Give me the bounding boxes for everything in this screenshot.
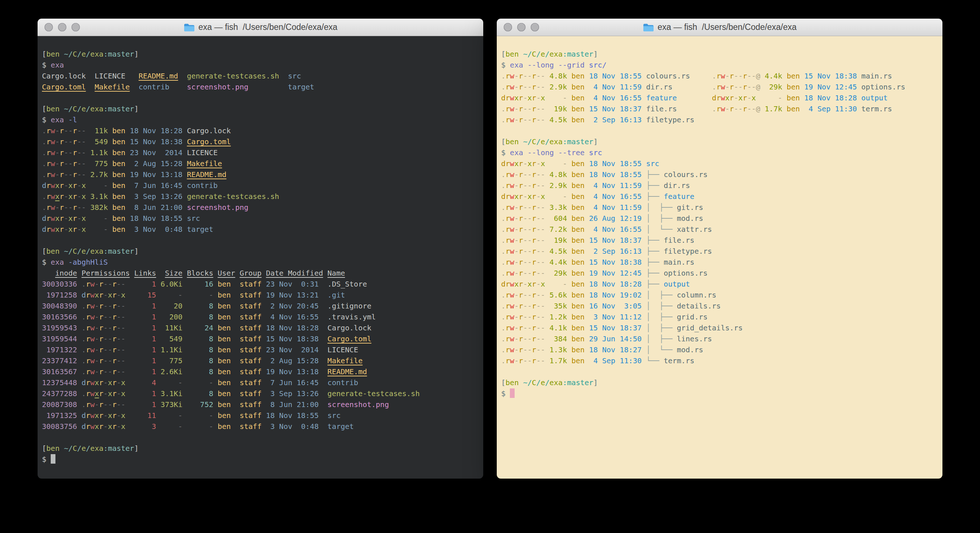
file-list-row: .rw-r--r-- 11k ben 18 Nov 18:28 Cargo.lo… (42, 125, 479, 136)
tree-row: .rw-r--r-- 604 ben 26 Aug 12:19 │ ├── mo… (501, 213, 938, 224)
command-line: $ exa --long --grid src/ (501, 59, 938, 70)
long-grid-row: .rw-r--r-- 4.8k ben 18 Nov 18:55 colours… (501, 70, 938, 81)
text-cursor[interactable] (510, 388, 515, 398)
tree-row: drwxr-xr-x - ben 18 Nov 18:28 ├── output (501, 279, 938, 289)
text-cursor[interactable] (51, 454, 56, 464)
tree-row: .rw-r--r-- 1.3k ben 18 Nov 18:27 │ └── m… (501, 344, 938, 355)
tree-row: .rw-r--r-- 4.5k ben 2 Sep 16:13 ├── file… (501, 246, 938, 257)
window-title: exa — fish /Users/ben/Code/exa/exa (183, 22, 337, 32)
command-line: $ exa -l (42, 114, 479, 125)
blank-line (42, 432, 479, 443)
terminal-content[interactable]: [ben ~/C/e/exa:master]$ exa --long --gri… (497, 36, 942, 479)
tree-row: drwxr-xr-x - ben 18 Nov 18:55 src (501, 158, 938, 169)
table-row: 31959543 .rw-r--r-- 1 11Ki 24 ben staff … (42, 322, 479, 333)
tree-row: drwxr-xr-x - ben 4 Nov 16:55 ├── feature (501, 191, 938, 202)
traffic-lights (504, 19, 539, 36)
tree-row: .rw-r--r-- 1.2k ben 3 Nov 11:12 │ ├── gr… (501, 311, 938, 322)
long-grid-row: .rw-r--r-- 19k ben 15 Nov 18:37 file.rs … (501, 103, 938, 114)
blank-line (42, 235, 479, 246)
file-list-row: .rw-r--r-- 775 ben 2 Aug 15:28 Makefile (42, 158, 479, 169)
titlebar[interactable]: exa — fish /Users/ben/Code/exa/exa (497, 19, 942, 36)
file-list-row: .rw-r--r-- 549 ben 15 Nov 18:38 Cargo.to… (42, 136, 479, 147)
file-list-row: drwxr-xr-x - ben 3 Nov 0:48 target (42, 224, 479, 235)
zoom-button[interactable] (531, 23, 539, 31)
terminal-window-light[interactable]: exa — fish /Users/ben/Code/exa/exa [ben … (497, 19, 942, 479)
prompt-line: [ben ~/C/e/exa:master] (501, 377, 938, 388)
prompt-line: [ben ~/C/e/exa:master] (42, 103, 479, 114)
tree-row: .rw-r--r-- 35k ben 16 Nov 3:05 │ ├── det… (501, 300, 938, 311)
table-row: 23377412 .rw-r--r-- 1 775 8 ben staff 2 … (42, 355, 479, 366)
prompt-line: [ben ~/C/e/exa:master] (501, 49, 938, 59)
file-grid-row: Cargo.toml Makefile contrib screenshot.p… (42, 81, 479, 93)
file-list-row: .rw-r--r-- 382k ben 8 Jun 21:00 screensh… (42, 202, 479, 213)
desktop-background: exa — fish /Users/ben/Code/exa/exa [ben … (0, 0, 980, 533)
folder-icon (643, 22, 654, 32)
table-row: 31959544 .rw-r--r-- 1 549 8 ben staff 15… (42, 333, 479, 344)
command-line: $ exa --long --tree src (501, 147, 938, 158)
table-row: 12375448 drwxr-xr-x 4 - - ben staff 7 Ju… (42, 377, 479, 388)
blank-line (42, 93, 479, 103)
window-title-text: exa — fish /Users/ben/Code/exa/exa (658, 22, 797, 32)
prompt-line: [ben ~/C/e/exa:master] (42, 246, 479, 257)
tree-row: .rw-r--r-- 4.8k ben 18 Nov 18:55 ├── col… (501, 169, 938, 180)
titlebar[interactable]: exa — fish /Users/ben/Code/exa/exa (38, 19, 483, 36)
tree-row: .rw-r--r-- 3.3k ben 4 Nov 11:59 │ ├── gi… (501, 202, 938, 213)
table-row: 30030336 .rw-r--r-- 1 6.0Ki 16 ben staff… (42, 279, 479, 289)
command-line: $ exa -abghHliS (42, 257, 479, 268)
cursor-line: $ (501, 388, 938, 399)
long-grid-row: drwxr-xr-x - ben 4 Nov 16:55 feature drw… (501, 93, 938, 103)
long-grid-row: .rw-r--r-- 4.5k ben 2 Sep 16:13 filetype… (501, 114, 938, 125)
blank-line (501, 366, 938, 377)
prompt-line: [ben ~/C/e/exa:master] (42, 49, 479, 59)
terminal-window-dark[interactable]: exa — fish /Users/ben/Code/exa/exa [ben … (38, 19, 483, 479)
window-title: exa — fish /Users/ben/Code/exa/exa (643, 22, 797, 32)
file-list-row: .rw-r--r-- 2.7k ben 19 Nov 13:18 README.… (42, 169, 479, 180)
table-row: 30048390 .rw-r--r-- 1 20 8 ben staff 2 N… (42, 300, 479, 311)
tree-row: .rw-r--r-- 19k ben 15 Nov 18:37 ├── file… (501, 235, 938, 246)
close-button[interactable] (45, 23, 53, 31)
file-list-row: drwxr-xr-x - ben 7 Jun 16:45 contrib (42, 180, 479, 191)
terminal-content[interactable]: [ben ~/C/e/exa:master]$ exaCargo.lock LI… (38, 36, 483, 479)
blank-line (501, 125, 938, 136)
tree-row: .rw-r--r-- 29k ben 19 Nov 12:45 ├── opti… (501, 268, 938, 279)
table-row: 30083756 drwxr-xr-x 3 - - ben staff 3 No… (42, 421, 479, 432)
file-list-row: drwxr-xr-x - ben 18 Nov 18:55 src (42, 213, 479, 224)
folder-icon (183, 22, 195, 32)
table-row: 1971325 drwxr-xr-x 11 - - ben staff 18 N… (42, 410, 479, 421)
close-button[interactable] (504, 23, 512, 31)
tree-row: .rw-r--r-- 5.6k ben 18 Nov 19:02 │ ├── c… (501, 289, 938, 300)
table-row: 20087308 .rw-r--r-- 1 373Ki 752 ben staf… (42, 399, 479, 410)
long-grid-row: .rw-r--r-- 2.9k ben 4 Nov 11:59 dir.rs .… (501, 81, 938, 93)
tree-row: .rw-r--r-- 4.4k ben 15 Nov 18:38 ├── mai… (501, 257, 938, 268)
table-row: 1971258 drwxr-xr-x 15 - - ben staff 19 N… (42, 289, 479, 300)
table-row: 30163566 .rw-r--r-- 1 200 8 ben staff 4 … (42, 311, 479, 322)
table-row: 1971322 .rw-r--r-- 1 1.1Ki 8 ben staff 2… (42, 344, 479, 355)
tree-row: .rw-r--r-- 4.1k ben 15 Nov 18:37 │ ├── g… (501, 322, 938, 333)
tree-row: .rw-r--r-- 2.9k ben 4 Nov 11:59 ├── dir.… (501, 180, 938, 191)
table-header-row: inode Permissions Links Size Blocks User… (42, 268, 479, 279)
prompt-line: [ben ~/C/e/exa:master] (501, 136, 938, 147)
minimize-button[interactable] (58, 23, 66, 31)
command-line: $ exa (42, 59, 479, 70)
tree-row: .rw-r--r-- 7.2k ben 4 Nov 16:55 │ └── xa… (501, 224, 938, 235)
file-grid-row: Cargo.lock LICENCE README.md generate-te… (42, 70, 479, 81)
traffic-lights (45, 19, 80, 36)
minimize-button[interactable] (517, 23, 525, 31)
zoom-button[interactable] (72, 23, 80, 31)
tree-row: .rw-r--r-- 1.7k ben 4 Sep 11:30 └── term… (501, 355, 938, 366)
prompt-line: [ben ~/C/e/exa:master] (42, 443, 479, 454)
table-row: 30163567 .rw-r--r-- 1 2.6Ki 8 ben staff … (42, 366, 479, 377)
file-list-row: .rw-r--r-- 1.1k ben 23 Nov 2014 LICENCE (42, 147, 479, 158)
file-list-row: .rwxr-xr-x 3.1k ben 3 Sep 13:26 generate… (42, 191, 479, 202)
table-row: 24377288 .rwxr-xr-x 1 3.1Ki 8 ben staff … (42, 388, 479, 399)
tree-row: .rw-r--r-- 384 ben 29 Jun 14:50 │ ├── li… (501, 333, 938, 344)
window-title-text: exa — fish /Users/ben/Code/exa/exa (199, 22, 337, 32)
cursor-line: $ (42, 454, 479, 465)
